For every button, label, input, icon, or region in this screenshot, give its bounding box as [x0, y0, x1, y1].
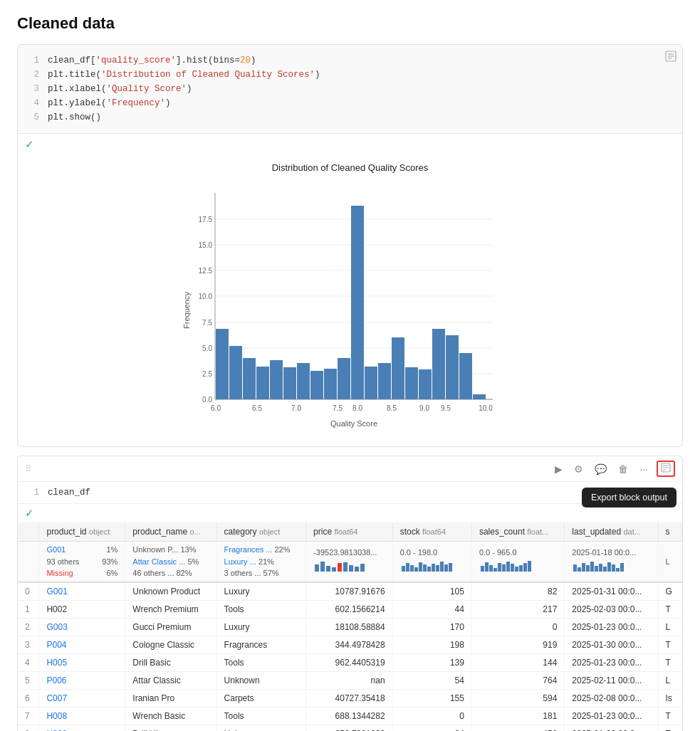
y-axis-label: Frequency — [182, 292, 191, 329]
svg-rect-39 — [446, 335, 459, 399]
svg-rect-62 — [355, 567, 359, 572]
code-cell-2: ⠿ ▶ ⚙ 💬 🗑 ··· Export block output 1 clea… — [17, 456, 683, 731]
chart-container: Distribution of Cleaned Quality Scores F… — [18, 155, 682, 446]
svg-text:8.5: 8.5 — [387, 404, 397, 412]
svg-rect-69 — [423, 564, 427, 572]
svg-text:8.0: 8.0 — [352, 404, 362, 412]
code-line-3: 3 plt.xlabel('Quality Score') — [29, 82, 671, 96]
col-header-stock[interactable]: stock float64 — [392, 522, 471, 542]
svg-rect-35 — [392, 337, 404, 399]
svg-rect-25 — [256, 367, 269, 399]
svg-text:5.0: 5.0 — [202, 345, 212, 352]
code-cell-1: 1 clean_df['quality_score'].hist(bins=20… — [17, 44, 683, 447]
svg-rect-88 — [573, 564, 577, 572]
svg-rect-75 — [449, 563, 452, 572]
svg-rect-72 — [436, 565, 439, 572]
export-tooltip-container: Export block output — [582, 456, 677, 508]
col-header-sales_count[interactable]: sales_count float... — [471, 522, 564, 542]
svg-text:12.5: 12.5 — [198, 267, 212, 275]
code-line-2: 2 plt.title('Distribution of Cleaned Qua… — [29, 68, 671, 82]
svg-text:2.5: 2.5 — [202, 370, 212, 378]
code-line-5: 5 plt.show() — [29, 110, 671, 125]
summary-row: G001 1% 93 others 93% Missing 6% Unknown… — [18, 542, 682, 582]
col-header-price[interactable]: price float64 — [306, 522, 393, 542]
svg-text:10.0: 10.0 — [198, 293, 212, 300]
svg-rect-79 — [493, 568, 497, 572]
svg-rect-98 — [616, 568, 620, 572]
svg-rect-82 — [506, 562, 510, 572]
histogram-chart: Frequency 0.0 2.5 5.0 7.5 10.0 12.5 — [179, 179, 521, 435]
svg-rect-63 — [360, 564, 365, 572]
check-icon: ✓ — [25, 138, 34, 151]
svg-rect-67 — [414, 567, 418, 572]
svg-text:10.0: 10.0 — [479, 404, 493, 412]
svg-rect-34 — [378, 363, 391, 399]
play-icon[interactable]: ▶ — [552, 462, 565, 476]
histogram-bars — [216, 206, 486, 399]
svg-text:15.0: 15.0 — [198, 241, 212, 249]
svg-text:6.0: 6.0 — [211, 404, 221, 412]
table-row: 2 G003 Gucci Premium Luxury 18108.58884 … — [18, 618, 682, 636]
code-line-4: 4 plt.ylabel('Frequency') — [29, 96, 671, 110]
svg-text:9.5: 9.5 — [441, 404, 451, 412]
svg-rect-29 — [310, 371, 323, 399]
export-tooltip: Export block output — [582, 488, 677, 508]
col-header-index — [18, 522, 39, 542]
svg-rect-84 — [515, 567, 518, 572]
svg-rect-41 — [473, 394, 486, 399]
svg-rect-28 — [297, 363, 310, 399]
svg-rect-23 — [229, 346, 242, 399]
svg-rect-71 — [432, 564, 435, 572]
code-line-1: 1 clean_df['quality_score'].hist(bins=20… — [29, 53, 671, 68]
svg-rect-77 — [485, 562, 489, 572]
svg-rect-38 — [432, 329, 445, 399]
col-header-s[interactable]: s — [658, 522, 681, 542]
svg-text:7.5: 7.5 — [333, 404, 343, 412]
svg-rect-33 — [365, 367, 377, 399]
svg-text:17.5: 17.5 — [198, 216, 212, 223]
svg-rect-73 — [440, 562, 444, 572]
svg-rect-65 — [406, 563, 409, 572]
svg-rect-78 — [489, 565, 493, 572]
svg-rect-22 — [216, 329, 229, 399]
svg-rect-37 — [419, 369, 432, 399]
svg-rect-30 — [324, 369, 337, 399]
col-header-category[interactable]: category object — [216, 522, 306, 542]
cell-menu-icon[interactable] — [665, 51, 677, 64]
svg-rect-85 — [519, 565, 523, 572]
data-table-wrapper: product_id object product_name o... cate… — [18, 522, 682, 731]
svg-rect-26 — [270, 360, 283, 399]
svg-rect-90 — [582, 563, 585, 572]
svg-rect-64 — [402, 566, 405, 572]
code-block-1: 1 clean_df['quality_score'].hist(bins=20… — [18, 45, 682, 134]
svg-rect-57 — [326, 566, 330, 572]
svg-rect-94 — [599, 564, 602, 572]
svg-text:6.5: 6.5 — [252, 404, 262, 412]
svg-rect-96 — [607, 562, 611, 572]
svg-rect-31 — [338, 358, 350, 399]
page-title: Cleaned data — [17, 14, 683, 33]
check-icon-2: ✓ — [25, 507, 34, 520]
svg-text:0.0: 0.0 — [202, 396, 212, 404]
svg-rect-66 — [410, 565, 414, 572]
col-header-product_id[interactable]: product_id object — [39, 522, 125, 542]
price-sparkline — [313, 559, 370, 573]
svg-rect-68 — [419, 562, 422, 572]
col-header-product_name[interactable]: product_name o... — [125, 522, 216, 542]
svg-rect-99 — [620, 563, 624, 572]
svg-rect-76 — [481, 566, 484, 572]
table-row: 8 H009 Drill Ultra Unknown 653.7081223 6… — [18, 725, 682, 731]
x-axis-label: Quality Score — [330, 419, 377, 428]
svg-rect-95 — [603, 567, 607, 572]
svg-rect-61 — [349, 565, 353, 572]
svg-rect-93 — [595, 566, 598, 572]
svg-rect-74 — [444, 564, 448, 572]
table-row: 6 C007 Iranian Pro Carpets 40727.35418 1… — [18, 689, 682, 707]
drag-handle[interactable]: ⠿ — [25, 463, 32, 474]
table-row: 4 H005 Drill Basic Tools 962.4405319 139… — [18, 653, 682, 671]
svg-rect-36 — [405, 367, 418, 399]
table-row: 5 P006 Attar Classic Unknown nan 54 764 … — [18, 671, 682, 689]
col-header-last_updated[interactable]: last_updated dat... — [565, 522, 658, 542]
svg-rect-56 — [320, 562, 325, 572]
data-table: product_id object product_name o... cate… — [18, 522, 682, 731]
